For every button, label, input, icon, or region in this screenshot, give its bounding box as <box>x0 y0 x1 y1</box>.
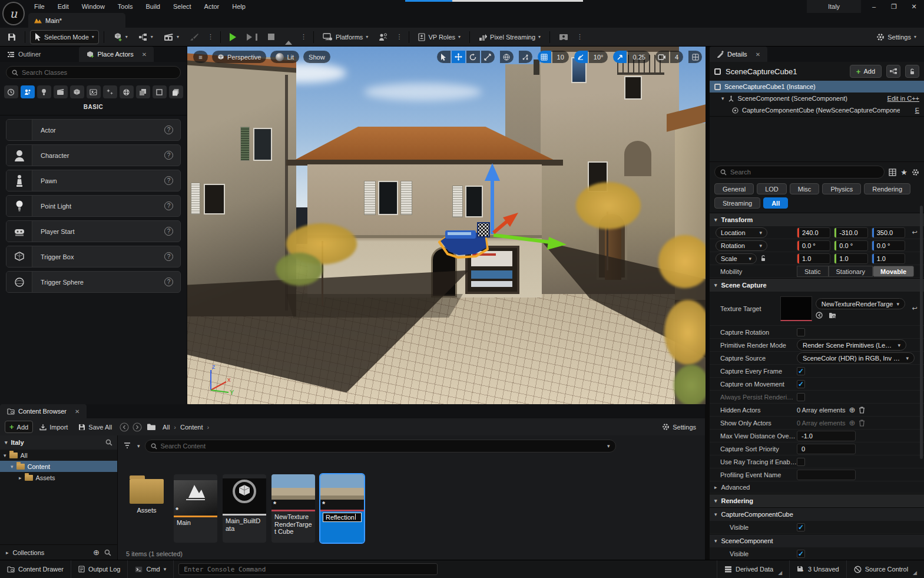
restore-button[interactable]: ❐ <box>884 0 904 13</box>
project-header[interactable]: ▾ Italy <box>0 435 117 450</box>
tab-main-level[interactable]: Main* <box>28 13 125 28</box>
tree-item-content[interactable]: ▾ Content <box>0 461 117 472</box>
filter-tab-physics[interactable]: Physics <box>822 183 861 194</box>
filter-tab-streaming[interactable]: Streaming <box>714 197 760 209</box>
section-scene-component[interactable]: ▾SceneComponent <box>710 534 924 547</box>
reset-to-default-icon[interactable]: ↩ <box>909 305 920 312</box>
forward-icon[interactable] <box>133 422 142 432</box>
trash-icon[interactable] <box>859 420 865 427</box>
place-actor-item-point-light[interactable]: Point Light ? <box>6 195 181 217</box>
minimize-button[interactable]: – <box>864 0 884 13</box>
reset-to-default-icon[interactable]: ↩ <box>909 229 920 236</box>
asset-item-newtexturerendertargetcube[interactable]: * NewTexture RenderTarget Cube <box>271 474 315 543</box>
mobility-static[interactable]: Static <box>797 266 829 277</box>
tab-place-actors[interactable]: + Place Actors ✕ <box>79 47 154 62</box>
tab-details[interactable]: Details ✕ <box>710 47 767 62</box>
category-effects-icon[interactable] <box>103 85 117 98</box>
cb-add-button[interactable]: + Add <box>5 421 33 433</box>
menu-edit[interactable]: Edit <box>52 1 75 12</box>
rotate-tool[interactable] <box>466 51 480 63</box>
grid-snap-toggle[interactable] <box>538 51 551 63</box>
component-tree-scene-component[interactable]: ▾ SceneComponent (SceneComponent) Edit i… <box>710 93 924 104</box>
source-control-button[interactable]: Source Control ◢ <box>847 560 924 578</box>
search-history-chevron-icon[interactable]: ▾ <box>607 443 610 449</box>
rotation-snap-toggle[interactable] <box>574 51 588 63</box>
unsaved-button[interactable]: * 3 Unsaved <box>790 560 847 578</box>
collections-section[interactable]: ▸ Collections ⊕ <box>0 544 117 560</box>
perspective-dropdown[interactable]: Perspective <box>212 51 266 63</box>
capture-component-visible-checkbox[interactable]: ✓ <box>797 523 805 531</box>
grid-snap-value[interactable]: 10 <box>552 51 569 63</box>
section-capture-component-cube[interactable]: ▾CaptureComponentCube <box>710 507 924 521</box>
level-viewport[interactable]: z x Y ≡ Perspective Lit Show <box>187 47 706 404</box>
location-y-field[interactable]: -310.0 <box>834 227 867 238</box>
category-all-classes-icon[interactable] <box>169 85 183 98</box>
trash-icon[interactable] <box>859 407 865 414</box>
scale-z-field[interactable]: 1.0 <box>872 253 905 264</box>
location-dropdown[interactable]: Location▾ <box>716 227 767 238</box>
details-search-box[interactable] <box>714 166 885 179</box>
save-button[interactable] <box>4 30 20 44</box>
maximize-viewport-toggle[interactable] <box>688 51 702 63</box>
lit-dropdown[interactable]: Lit <box>270 51 299 63</box>
capture-rotation-checkbox[interactable] <box>797 328 805 336</box>
world-local-toggle[interactable] <box>500 51 514 63</box>
menu-tools[interactable]: Tools <box>112 1 139 12</box>
capture-on-movement-checkbox[interactable]: ✓ <box>797 380 805 388</box>
scale-tool[interactable] <box>481 51 495 63</box>
selection-mode-dropdown[interactable]: Selection Mode ▾ <box>30 30 99 44</box>
cmd-dropdown[interactable]: Cmd ▾ <box>128 560 174 578</box>
filter-tab-general[interactable]: General <box>714 183 754 194</box>
editor-modes-button[interactable] <box>186 30 203 44</box>
toolbar-overflow-dots[interactable]: ⋮ <box>206 33 216 41</box>
search-content-input[interactable] <box>161 442 604 450</box>
tab-outliner[interactable]: Outliner <box>0 47 48 62</box>
max-view-distance-field[interactable]: -1.0 <box>797 431 856 441</box>
place-actor-item-trigger-sphere[interactable]: Trigger Sphere ? <box>6 271 181 293</box>
category-media-icon[interactable] <box>120 85 134 98</box>
pixel-streaming-dropdown[interactable]: Pixel Streaming ▾ <box>475 30 545 44</box>
search-icon[interactable] <box>105 439 112 446</box>
edit-blueprint-button[interactable] <box>886 65 900 78</box>
tree-item-all[interactable]: ▾ All <box>0 450 117 461</box>
scale-dropdown[interactable]: Scale▾ <box>716 253 757 264</box>
close-icon[interactable]: ✕ <box>75 408 80 415</box>
show-dropdown[interactable]: Show <box>303 51 330 63</box>
menu-help[interactable]: Help <box>226 1 251 12</box>
vp-roles-dropdown[interactable]: VP Roles ▾ <box>414 30 465 44</box>
asset-rename-input[interactable]: Reflection <box>323 513 362 522</box>
breadcrumb-all[interactable]: All <box>161 424 171 431</box>
category-recent-icon[interactable] <box>4 85 18 98</box>
place-actor-item-character[interactable]: Character ? <box>6 144 181 166</box>
scale-snap-value[interactable]: 0.25 <box>628 51 650 63</box>
mobility-stationary[interactable]: Stationary <box>829 266 873 277</box>
stage-monitor-button[interactable] <box>555 30 572 44</box>
content-drawer-button[interactable]: Content Drawer <box>0 560 71 578</box>
camera-speed-icon[interactable] <box>655 51 669 63</box>
move-tool[interactable] <box>452 51 465 63</box>
add-collection-icon[interactable]: ⊕ <box>93 548 100 557</box>
help-icon[interactable]: ? <box>164 125 173 134</box>
capture-every-frame-checkbox[interactable]: ✓ <box>797 367 805 375</box>
rotation-y-field[interactable]: 0.0 ° <box>834 240 867 251</box>
asset-item-assets-folder[interactable]: Assets <box>125 474 168 516</box>
tree-item-assets[interactable]: ▸ Assets <box>0 472 117 483</box>
menu-file[interactable]: File <box>28 1 51 12</box>
platforms-dropdown[interactable]: Platforms ▾ <box>319 30 372 44</box>
add-array-element-icon[interactable]: ⊕ <box>849 418 856 427</box>
capture-source-dropdown[interactable]: SceneColor (HDR) in RGB, Inv Opacity▾ <box>797 352 915 364</box>
back-icon[interactable] <box>120 422 129 432</box>
expander-icon[interactable]: ▸ <box>6 550 9 556</box>
display-grid-icon[interactable] <box>889 169 896 176</box>
scale-lock-icon[interactable] <box>760 255 766 262</box>
camera-speed-value[interactable]: 4 <box>670 51 683 63</box>
add-actor-dropdown[interactable]: + ▾ <box>109 30 132 44</box>
location-x-field[interactable]: 240.0 <box>797 227 830 238</box>
scene-capture-advanced-expander[interactable]: ▸Advanced <box>710 484 797 491</box>
scale-x-field[interactable]: 1.0 <box>797 253 830 264</box>
section-rendering[interactable]: ▾Rendering <box>710 494 924 507</box>
scale-snap-toggle[interactable] <box>613 51 627 63</box>
breadcrumb-content[interactable]: Content <box>178 424 205 431</box>
menu-select[interactable]: Select <box>167 1 197 12</box>
details-search-input[interactable] <box>730 169 879 176</box>
